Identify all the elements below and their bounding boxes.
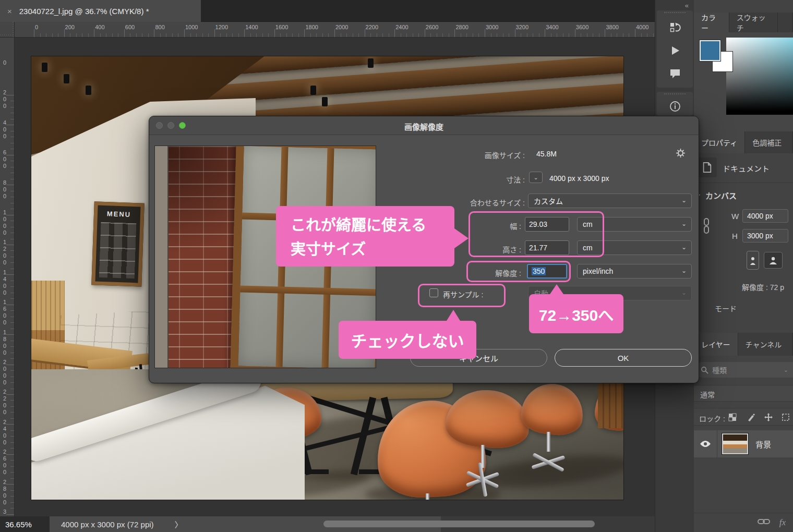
tab-more[interactable] xyxy=(778,13,793,32)
info-icon[interactable] xyxy=(657,98,693,115)
history-icon[interactable] xyxy=(657,16,693,39)
ruler-label: 2400 xyxy=(395,24,408,30)
panel-grip[interactable] xyxy=(664,12,686,16)
lock-row: ロック : xyxy=(694,408,793,426)
vertical-ruler: 0200400600800100012001400160018002000220… xyxy=(0,38,15,516)
color-panel-body xyxy=(694,32,793,131)
callout-arrow xyxy=(550,284,563,294)
layer-search-field[interactable]: 種類 ⌄ xyxy=(696,362,793,378)
comment-icon[interactable] xyxy=(657,62,693,85)
ruler-label: 400 xyxy=(95,24,104,30)
lock-position-icon[interactable] xyxy=(763,412,774,422)
track-light xyxy=(310,86,316,95)
color-gradient-field[interactable] xyxy=(726,38,793,115)
callout-no-check-label: チェックしない xyxy=(351,328,464,352)
link-layers-icon[interactable] xyxy=(758,518,770,527)
lock-label: ロック : xyxy=(699,413,725,424)
ruler-label: 600 xyxy=(2,149,8,170)
canvas-height-field[interactable]: 3000 px xyxy=(742,229,788,243)
horizontal-ruler-major-ticks xyxy=(34,29,655,37)
document-tab[interactable]: × 23040722_l.jpg @ 36.7% (CMYK/8) * xyxy=(0,0,201,22)
layer-visibility-eye-icon[interactable] xyxy=(694,430,717,457)
search-filter-chevron-icon[interactable]: ⌄ xyxy=(784,367,788,373)
fit-to-value: カスタム xyxy=(534,196,563,206)
tab-color[interactable]: カラー xyxy=(694,13,729,32)
callout-no-check: チェックしない xyxy=(339,321,476,359)
annotation-box-dimensions xyxy=(468,211,604,257)
menu-board-title: MENU xyxy=(98,210,140,219)
ruler-label: 1200 xyxy=(215,24,228,30)
ruler-label: 0 xyxy=(35,24,38,30)
image-size-value: 45.8M xyxy=(536,150,557,158)
layer-thumbnail[interactable] xyxy=(722,433,748,454)
chair-column xyxy=(426,493,429,500)
chevron-down-icon: ⌄ xyxy=(533,174,538,181)
ruler-label: 2200 xyxy=(366,24,378,30)
portrait-orientation-button[interactable] xyxy=(747,251,759,270)
collapse-panels-icon[interactable]: « xyxy=(685,2,688,9)
document-size-text: 4000 px x 3000 px (72 ppi) xyxy=(61,520,154,529)
dialog-options-gear-icon[interactable] xyxy=(676,149,685,160)
link-dimensions-icon[interactable] xyxy=(701,216,712,235)
dimensions-disclosure[interactable]: ⌄ xyxy=(529,172,543,183)
ruler-label: 2000 xyxy=(335,24,348,30)
tab-adjustments[interactable]: 色調補正 xyxy=(745,131,793,153)
horizontal-scrollbar[interactable] xyxy=(323,521,595,527)
ruler-label: 3000 xyxy=(486,24,498,30)
ruler-label: 3400 xyxy=(546,24,558,30)
color-panel-tabs: カラー スウォッチ xyxy=(694,13,793,32)
divider xyxy=(694,183,793,183)
callout-arrow xyxy=(454,228,468,248)
canvas-width-field[interactable]: 4000 px xyxy=(742,209,788,223)
dimensions-value: 4000 px x 3000 px xyxy=(549,174,609,183)
mode-label: モード xyxy=(715,303,737,313)
dock-panel-bottom xyxy=(657,92,693,116)
layer-styles-fx-icon[interactable]: fx xyxy=(779,517,786,528)
panel-grip[interactable] xyxy=(664,93,686,98)
tab-adjustments-label: 色調補正 xyxy=(752,137,782,148)
blend-mode-row[interactable]: 通常 xyxy=(694,385,793,402)
chevron-down-icon: ⌄ xyxy=(681,267,687,274)
ruler-label: 3600 xyxy=(576,24,588,30)
landscape-orientation-button[interactable] xyxy=(764,252,783,269)
lock-transparency-icon[interactable] xyxy=(727,412,738,422)
document-label: ドキュメント xyxy=(723,163,770,174)
lock-paint-icon[interactable] xyxy=(746,412,756,422)
foreground-color-swatch[interactable] xyxy=(700,40,720,61)
tab-channels[interactable]: チャンネル xyxy=(738,333,793,356)
tab-layers[interactable]: レイヤー xyxy=(694,333,738,356)
chevron-down-icon: ⌄ xyxy=(681,244,687,251)
lock-artboard-icon[interactable] xyxy=(780,412,791,422)
ok-button-label: OK xyxy=(618,354,629,362)
track-light xyxy=(368,58,374,68)
ok-button[interactable]: OK xyxy=(555,349,692,367)
ruler-label: 1400 xyxy=(245,24,258,30)
track-light xyxy=(64,74,69,83)
chevron-down-icon: ⌄ xyxy=(681,289,687,296)
callout-real-size-line2: 実寸サイズ xyxy=(291,237,454,261)
chevron-down-icon: ⌄ xyxy=(681,197,687,204)
callout-real-size: これが綺麗に使える 実寸サイズ xyxy=(276,206,454,267)
ruler-label: 800 xyxy=(2,179,8,200)
ruler-label: 1800 xyxy=(305,24,318,30)
height-field-label: H xyxy=(732,232,738,240)
canvas-height-value: 3000 px xyxy=(747,232,773,240)
dimensions-label: 寸法 : xyxy=(506,174,525,185)
ruler-label: 1800 xyxy=(2,329,8,356)
layers-panel-footer: fx xyxy=(694,513,793,532)
close-tab-icon[interactable]: × xyxy=(7,7,12,16)
resolution-unit-select[interactable]: pixel/inch ⌄ xyxy=(577,264,692,279)
actions-play-icon[interactable] xyxy=(657,39,693,62)
tab-swatches-label: スウォッチ xyxy=(737,12,770,33)
annotation-box-resolution xyxy=(466,261,571,282)
ruler-label: 1400 xyxy=(2,269,8,296)
divider xyxy=(717,430,717,457)
canvas-width-value: 4000 px xyxy=(747,212,773,220)
tab-properties[interactable]: プロパティ xyxy=(694,131,745,153)
ruler-label: 3000 xyxy=(2,509,8,516)
tab-swatches[interactable]: スウォッチ xyxy=(729,13,778,32)
fit-to-select[interactable]: カスタム ⌄ xyxy=(528,194,692,208)
status-chevron-icon[interactable]: 〉 xyxy=(175,519,183,530)
layer-row-background[interactable]: 背景 xyxy=(694,430,793,457)
zoom-level-field[interactable]: 36.65% xyxy=(0,516,50,532)
